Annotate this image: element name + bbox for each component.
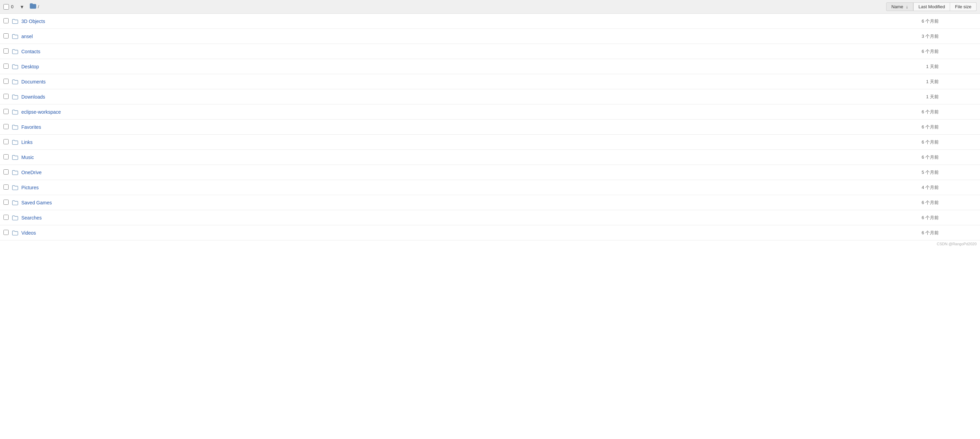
file-name-link[interactable]: Favorites <box>21 124 41 130</box>
file-name[interactable]: eclipse-workspace <box>20 109 873 115</box>
table-row[interactable]: Saved Games 6 个月前 <box>0 195 980 210</box>
watermark: CSDN @RangoPd2020 <box>0 241 980 247</box>
file-name-link[interactable]: 3D Objects <box>21 19 45 24</box>
dropdown-arrow[interactable]: ▼ <box>19 3 25 10</box>
file-browser: 0 ▼ / Name ↓ Last Modified <box>0 0 980 439</box>
row-checkbox[interactable] <box>3 18 9 23</box>
folder-icon <box>10 124 20 130</box>
file-name[interactable]: 3D Objects <box>20 19 873 24</box>
file-name-link[interactable]: Contacts <box>21 49 40 54</box>
file-name[interactable]: Pictures <box>20 185 873 190</box>
row-checkbox-container <box>3 79 10 85</box>
file-name[interactable]: Music <box>20 155 873 160</box>
file-modified: 6 个月前 <box>873 200 942 206</box>
row-checkbox-container <box>3 33 10 40</box>
folder-icon <box>10 49 20 54</box>
sort-filesize-button[interactable]: File size <box>950 2 977 11</box>
row-checkbox-container <box>3 109 10 115</box>
row-checkbox[interactable] <box>3 170 9 174</box>
table-row[interactable]: Pictures 4 个月前 <box>0 180 980 195</box>
file-name[interactable]: Saved Games <box>20 200 873 205</box>
file-modified: 1 天前 <box>873 94 942 100</box>
file-name-link[interactable]: ansel <box>21 34 33 39</box>
file-name[interactable]: ansel <box>20 34 873 39</box>
file-name-link[interactable]: Documents <box>21 79 46 84</box>
row-checkbox[interactable] <box>3 94 9 99</box>
toolbar: 0 ▼ / Name ↓ Last Modified <box>0 0 980 14</box>
table-row[interactable]: eclipse-workspace 6 个月前 <box>0 105 980 120</box>
row-checkbox[interactable] <box>3 230 9 235</box>
file-name[interactable]: Contacts <box>20 49 873 54</box>
file-name-link[interactable]: eclipse-workspace <box>21 109 61 115</box>
table-row[interactable]: OneDrive 5 个月前 <box>0 165 980 180</box>
row-checkbox-container <box>3 215 10 221</box>
row-checkbox[interactable] <box>3 139 9 144</box>
table-row[interactable]: Contacts 6 个月前 <box>0 44 980 59</box>
file-name-link[interactable]: Searches <box>21 215 41 220</box>
sort-arrow-icon: ↓ <box>906 4 908 9</box>
folder-icon <box>10 200 20 205</box>
folder-icon <box>10 19 20 24</box>
file-name-link[interactable]: OneDrive <box>21 170 41 175</box>
folder-icon <box>10 94 20 100</box>
file-name[interactable]: Documents <box>20 79 873 84</box>
file-name[interactable]: Searches <box>20 215 873 220</box>
table-row[interactable]: Desktop 1 天前 <box>0 59 980 74</box>
row-checkbox[interactable] <box>3 215 9 220</box>
row-checkbox[interactable] <box>3 200 9 205</box>
sort-modified-button[interactable]: Last Modified <box>913 2 950 11</box>
breadcrumb: / <box>30 3 39 11</box>
file-name-link[interactable]: Downloads <box>21 94 45 100</box>
table-row[interactable]: Documents 1 天前 <box>0 74 980 89</box>
file-name-link[interactable]: Videos <box>21 230 36 236</box>
row-checkbox-container <box>3 139 10 145</box>
table-row[interactable]: Favorites 6 个月前 <box>0 120 980 135</box>
table-row[interactable]: Music 6 个月前 <box>0 150 980 165</box>
row-checkbox-container <box>3 94 10 100</box>
table-row[interactable]: Videos 6 个月前 <box>0 225 980 241</box>
row-checkbox[interactable] <box>3 184 9 190</box>
row-checkbox[interactable] <box>3 48 9 54</box>
file-name[interactable]: Links <box>20 139 873 145</box>
file-name[interactable]: Favorites <box>20 124 873 130</box>
file-name-link[interactable]: Desktop <box>21 64 39 70</box>
file-name-link[interactable]: Pictures <box>21 185 39 190</box>
file-name[interactable]: Videos <box>20 230 873 236</box>
file-name-link[interactable]: Saved Games <box>21 200 52 205</box>
folder-icon <box>10 230 20 236</box>
row-checkbox[interactable] <box>3 33 9 38</box>
folder-icon <box>10 109 20 115</box>
table-row[interactable]: ansel 3 个月前 <box>0 29 980 44</box>
file-name-link[interactable]: Links <box>21 139 33 145</box>
row-checkbox[interactable] <box>3 79 9 84</box>
file-modified: 6 个月前 <box>873 230 942 236</box>
selected-count: 0 <box>11 4 16 9</box>
row-checkbox-container <box>3 184 10 191</box>
row-checkbox[interactable] <box>3 124 9 129</box>
folder-icon <box>10 215 20 220</box>
row-checkbox-container <box>3 48 10 55</box>
file-name[interactable]: Downloads <box>20 94 873 100</box>
file-modified: 6 个月前 <box>873 48 942 55</box>
toolbar-sort-buttons: Name ↓ Last Modified File size <box>886 2 977 11</box>
table-row[interactable]: 3D Objects 6 个月前 <box>0 14 980 29</box>
file-name[interactable]: OneDrive <box>20 170 873 175</box>
table-row[interactable]: Downloads 1 天前 <box>0 89 980 105</box>
file-name-link[interactable]: Music <box>21 155 34 160</box>
row-checkbox-container <box>3 63 10 70</box>
select-all-checkbox[interactable] <box>3 4 9 10</box>
row-checkbox-container <box>3 124 10 130</box>
row-checkbox[interactable] <box>3 154 9 159</box>
file-modified: 1 天前 <box>873 79 942 85</box>
row-checkbox[interactable] <box>3 109 9 114</box>
watermark-text: CSDN @RangoPd2020 <box>937 242 977 246</box>
file-modified: 3 个月前 <box>873 33 942 40</box>
toolbar-left: 0 ▼ / <box>3 3 886 11</box>
sort-name-button[interactable]: Name ↓ <box>886 2 913 11</box>
folder-icon <box>10 185 20 190</box>
row-checkbox[interactable] <box>3 63 9 69</box>
file-name[interactable]: Desktop <box>20 64 873 70</box>
file-modified: 4 个月前 <box>873 184 942 191</box>
table-row[interactable]: Links 6 个月前 <box>0 135 980 150</box>
table-row[interactable]: Searches 6 个月前 <box>0 210 980 225</box>
